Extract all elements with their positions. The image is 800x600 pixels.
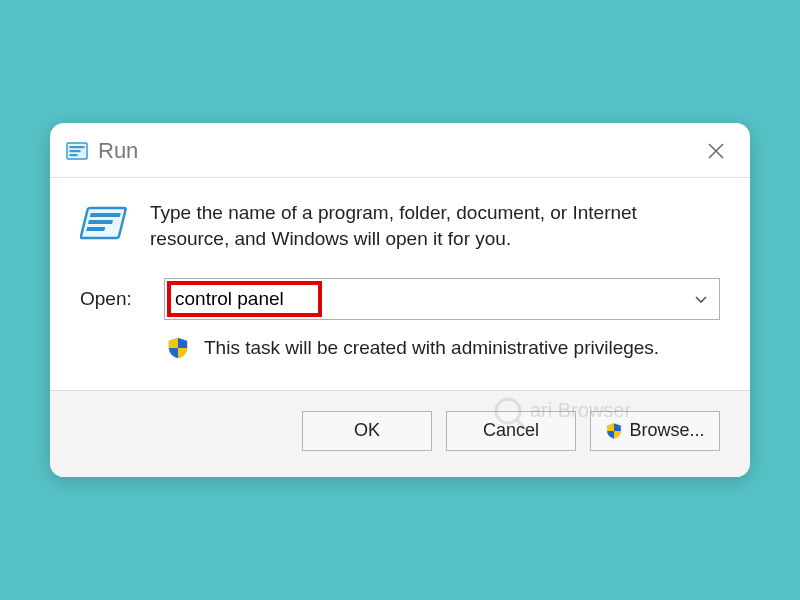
cancel-label: Cancel: [483, 420, 539, 441]
button-row: OK Cancel Browse...: [50, 391, 750, 477]
svg-rect-3: [70, 154, 78, 156]
run-dialog: Run: [50, 123, 750, 476]
browse-label: Browse...: [629, 420, 704, 441]
svg-rect-1: [70, 146, 85, 148]
dialog-description: Type the name of a program, folder, docu…: [150, 200, 720, 251]
uac-shield-icon-small: [605, 422, 623, 440]
svg-rect-2: [70, 150, 81, 152]
uac-shield-icon: [166, 336, 190, 360]
ok-button[interactable]: OK: [302, 411, 432, 451]
close-button[interactable]: [698, 133, 734, 169]
svg-rect-8: [88, 220, 113, 224]
run-icon-large: [80, 200, 128, 248]
open-label: Open:: [80, 288, 138, 310]
dialog-title: Run: [98, 138, 138, 164]
svg-rect-9: [86, 227, 105, 231]
close-icon: [706, 141, 726, 161]
ok-label: OK: [354, 420, 380, 441]
cancel-button[interactable]: Cancel: [446, 411, 576, 451]
titlebar: Run: [50, 123, 750, 178]
open-combobox[interactable]: [164, 278, 720, 320]
admin-privileges-note: This task will be created with administr…: [80, 336, 720, 360]
browse-button[interactable]: Browse...: [590, 411, 720, 451]
run-icon: [66, 140, 88, 162]
admin-note-text: This task will be created with administr…: [204, 337, 659, 359]
combobox-dropdown-button[interactable]: [683, 279, 719, 319]
open-input[interactable]: [165, 279, 683, 319]
svg-rect-7: [90, 213, 121, 217]
chevron-down-icon: [693, 291, 709, 307]
